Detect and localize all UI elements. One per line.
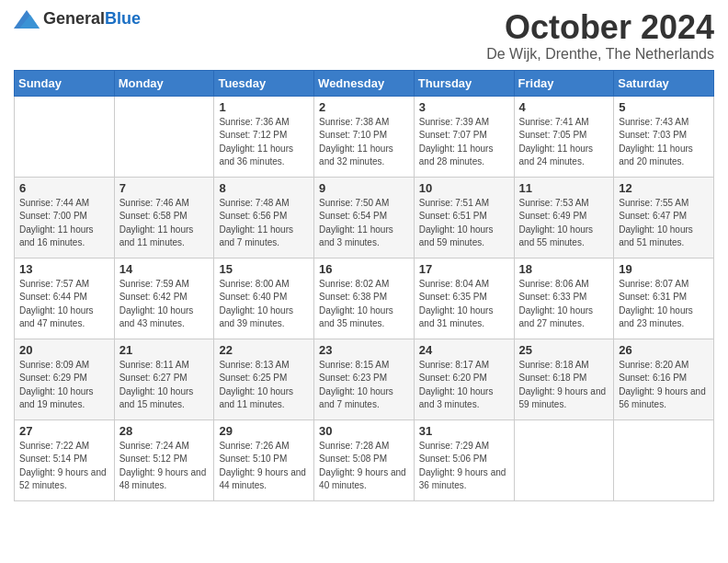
- header-row: SundayMondayTuesdayWednesdayThursdayFrid…: [15, 70, 714, 96]
- day-detail: Sunrise: 7:24 AMSunset: 5:12 PMDaylight:…: [119, 440, 210, 493]
- calendar-cell: 7Sunrise: 7:46 AMSunset: 6:58 PMDaylight…: [114, 177, 214, 258]
- calendar-cell: 21Sunrise: 8:11 AMSunset: 6:27 PMDayligh…: [114, 339, 214, 419]
- calendar-cell: 2Sunrise: 7:38 AMSunset: 7:10 PMDaylight…: [314, 96, 415, 177]
- calendar-cell: 1Sunrise: 7:36 AMSunset: 7:12 PMDaylight…: [214, 96, 314, 177]
- day-number: 26: [619, 343, 709, 357]
- day-detail: Sunrise: 7:39 AMSunset: 7:07 PMDaylight:…: [419, 116, 509, 169]
- column-header-thursday: Thursday: [414, 70, 514, 96]
- week-row-4: 20Sunrise: 8:09 AMSunset: 6:29 PMDayligh…: [15, 339, 714, 419]
- day-detail: Sunrise: 7:59 AMSunset: 6:42 PMDaylight:…: [119, 278, 210, 331]
- calendar-cell: 8Sunrise: 7:48 AMSunset: 6:56 PMDaylight…: [214, 177, 314, 258]
- day-detail: Sunrise: 8:00 AMSunset: 6:40 PMDaylight:…: [219, 278, 309, 331]
- calendar-cell: 4Sunrise: 7:41 AMSunset: 7:05 PMDaylight…: [514, 96, 614, 177]
- logo: GeneralBlue: [14, 9, 141, 29]
- logo-blue-text: Blue: [105, 9, 141, 28]
- day-number: 3: [419, 100, 509, 114]
- day-detail: Sunrise: 8:02 AMSunset: 6:38 PMDaylight:…: [319, 278, 409, 331]
- day-detail: Sunrise: 8:09 AMSunset: 6:29 PMDaylight:…: [19, 359, 109, 412]
- day-detail: Sunrise: 7:38 AMSunset: 7:10 PMDaylight:…: [319, 116, 409, 169]
- day-detail: Sunrise: 8:06 AMSunset: 6:33 PMDaylight:…: [519, 278, 609, 331]
- week-row-3: 13Sunrise: 7:57 AMSunset: 6:44 PMDayligh…: [15, 258, 714, 339]
- day-number: 4: [519, 100, 609, 114]
- day-detail: Sunrise: 8:20 AMSunset: 6:16 PMDaylight:…: [619, 359, 709, 412]
- day-detail: Sunrise: 7:46 AMSunset: 6:58 PMDaylight:…: [119, 197, 210, 250]
- page-header: GeneralBlue October 2024 De Wijk, Drenth…: [14, 9, 714, 63]
- calendar-cell: 12Sunrise: 7:55 AMSunset: 6:47 PMDayligh…: [614, 177, 714, 258]
- day-detail: Sunrise: 8:07 AMSunset: 6:31 PMDaylight:…: [619, 278, 709, 331]
- day-number: 12: [619, 181, 709, 195]
- week-row-5: 27Sunrise: 7:22 AMSunset: 5:14 PMDayligh…: [15, 419, 714, 500]
- day-detail: Sunrise: 8:18 AMSunset: 6:18 PMDaylight:…: [519, 359, 609, 412]
- day-number: 25: [519, 343, 609, 357]
- column-header-wednesday: Wednesday: [314, 70, 415, 96]
- calendar-cell: [15, 96, 115, 177]
- day-number: 8: [219, 181, 309, 195]
- day-detail: Sunrise: 7:29 AMSunset: 5:06 PMDaylight:…: [419, 440, 509, 493]
- day-detail: Sunrise: 7:28 AMSunset: 5:08 PMDaylight:…: [319, 440, 409, 493]
- day-number: 6: [19, 181, 109, 195]
- calendar-cell: 29Sunrise: 7:26 AMSunset: 5:10 PMDayligh…: [214, 419, 314, 500]
- day-number: 19: [619, 262, 709, 276]
- calendar-cell: 11Sunrise: 7:53 AMSunset: 6:49 PMDayligh…: [514, 177, 614, 258]
- day-detail: Sunrise: 7:55 AMSunset: 6:47 PMDaylight:…: [619, 197, 709, 250]
- day-number: 24: [419, 343, 509, 357]
- calendar-table: SundayMondayTuesdayWednesdayThursdayFrid…: [14, 70, 714, 501]
- calendar-cell: 9Sunrise: 7:50 AMSunset: 6:54 PMDaylight…: [314, 177, 415, 258]
- day-number: 22: [219, 343, 309, 357]
- calendar-cell: 13Sunrise: 7:57 AMSunset: 6:44 PMDayligh…: [15, 258, 115, 339]
- calendar-cell: 16Sunrise: 8:02 AMSunset: 6:38 PMDayligh…: [314, 258, 415, 339]
- calendar-cell: 24Sunrise: 8:17 AMSunset: 6:20 PMDayligh…: [414, 339, 514, 419]
- logo-general: General: [43, 9, 105, 28]
- day-number: 17: [419, 262, 509, 276]
- title-section: October 2024 De Wijk, Drenthe, The Nethe…: [486, 9, 714, 63]
- day-number: 2: [319, 100, 409, 114]
- calendar-cell: 28Sunrise: 7:24 AMSunset: 5:12 PMDayligh…: [114, 419, 214, 500]
- day-number: 18: [519, 262, 609, 276]
- day-detail: Sunrise: 7:50 AMSunset: 6:54 PMDaylight:…: [319, 197, 409, 250]
- day-number: 16: [319, 262, 409, 276]
- day-number: 1: [219, 100, 309, 114]
- day-detail: Sunrise: 8:17 AMSunset: 6:20 PMDaylight:…: [419, 359, 509, 412]
- day-number: 10: [419, 181, 509, 195]
- day-number: 31: [419, 424, 509, 438]
- day-detail: Sunrise: 7:43 AMSunset: 7:03 PMDaylight:…: [619, 116, 709, 169]
- week-row-2: 6Sunrise: 7:44 AMSunset: 7:00 PMDaylight…: [15, 177, 714, 258]
- day-detail: Sunrise: 8:11 AMSunset: 6:27 PMDaylight:…: [119, 359, 210, 412]
- calendar-cell: 27Sunrise: 7:22 AMSunset: 5:14 PMDayligh…: [15, 419, 115, 500]
- day-number: 30: [319, 424, 409, 438]
- day-number: 21: [119, 343, 210, 357]
- calendar-cell: 6Sunrise: 7:44 AMSunset: 7:00 PMDaylight…: [15, 177, 115, 258]
- calendar-cell: 10Sunrise: 7:51 AMSunset: 6:51 PMDayligh…: [414, 177, 514, 258]
- day-detail: Sunrise: 7:57 AMSunset: 6:44 PMDaylight:…: [19, 278, 109, 331]
- day-detail: Sunrise: 7:44 AMSunset: 7:00 PMDaylight:…: [19, 197, 109, 250]
- day-detail: Sunrise: 7:36 AMSunset: 7:12 PMDaylight:…: [219, 116, 309, 169]
- calendar-cell: 3Sunrise: 7:39 AMSunset: 7:07 PMDaylight…: [414, 96, 514, 177]
- day-number: 29: [219, 424, 309, 438]
- logo-text: GeneralBlue: [43, 9, 141, 29]
- day-number: 9: [319, 181, 409, 195]
- calendar-cell: [614, 419, 714, 500]
- column-header-saturday: Saturday: [614, 70, 714, 96]
- calendar-cell: 25Sunrise: 8:18 AMSunset: 6:18 PMDayligh…: [514, 339, 614, 419]
- calendar-cell: [514, 419, 614, 500]
- calendar-cell: 20Sunrise: 8:09 AMSunset: 6:29 PMDayligh…: [15, 339, 115, 419]
- calendar-cell: 22Sunrise: 8:13 AMSunset: 6:25 PMDayligh…: [214, 339, 314, 419]
- day-number: 15: [219, 262, 309, 276]
- calendar-cell: 17Sunrise: 8:04 AMSunset: 6:35 PMDayligh…: [414, 258, 514, 339]
- column-header-friday: Friday: [514, 70, 614, 96]
- day-number: 28: [119, 424, 210, 438]
- calendar-cell: 30Sunrise: 7:28 AMSunset: 5:08 PMDayligh…: [314, 419, 415, 500]
- month-title: October 2024: [486, 9, 714, 46]
- day-detail: Sunrise: 7:22 AMSunset: 5:14 PMDaylight:…: [19, 440, 109, 493]
- day-detail: Sunrise: 8:04 AMSunset: 6:35 PMDaylight:…: [419, 278, 509, 331]
- column-header-sunday: Sunday: [15, 70, 115, 96]
- calendar-cell: 14Sunrise: 7:59 AMSunset: 6:42 PMDayligh…: [114, 258, 214, 339]
- calendar-cell: 19Sunrise: 8:07 AMSunset: 6:31 PMDayligh…: [614, 258, 714, 339]
- day-detail: Sunrise: 7:26 AMSunset: 5:10 PMDaylight:…: [219, 440, 309, 493]
- day-number: 27: [19, 424, 109, 438]
- day-detail: Sunrise: 8:13 AMSunset: 6:25 PMDaylight:…: [219, 359, 309, 412]
- calendar-cell: 23Sunrise: 8:15 AMSunset: 6:23 PMDayligh…: [314, 339, 415, 419]
- calendar-cell: 5Sunrise: 7:43 AMSunset: 7:03 PMDaylight…: [614, 96, 714, 177]
- day-number: 7: [119, 181, 210, 195]
- week-row-1: 1Sunrise: 7:36 AMSunset: 7:12 PMDaylight…: [15, 96, 714, 177]
